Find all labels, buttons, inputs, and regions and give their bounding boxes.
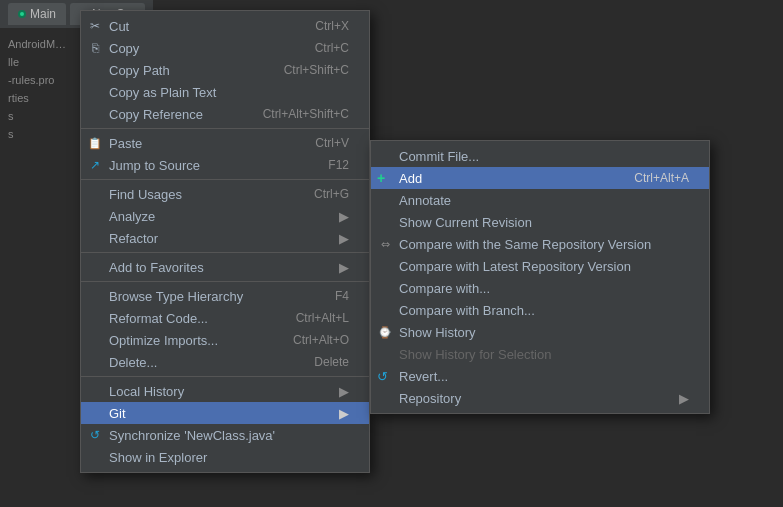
menu-label-jump-source: Jump to Source (109, 158, 298, 173)
sidebar-label-2: lle (4, 54, 76, 70)
menu-label-find-usages: Find Usages (109, 187, 284, 202)
menu-item-copy-ref[interactable]: Copy Reference Ctrl+Alt+Shift+C (81, 103, 369, 125)
menu-label-revert: Revert... (399, 369, 689, 384)
menu-item-show-history-selection: Show History for Selection (371, 343, 709, 365)
tab-main[interactable]: Main (8, 3, 66, 25)
sidebar-label-1: AndroidManife... (4, 36, 76, 52)
primary-context-menu: ✂ Cut Ctrl+X ⎘ Copy Ctrl+C Copy Path Ctr… (80, 10, 370, 473)
menu-shortcut-copy: Ctrl+C (315, 41, 349, 55)
menu-label-show-current-revision: Show Current Revision (399, 215, 689, 230)
menu-label-compare-same-repo: Compare with the Same Repository Version (399, 237, 689, 252)
menu-item-paste[interactable]: 📋 Paste Ctrl+V (81, 132, 369, 154)
separator-5 (81, 376, 369, 377)
menu-label-show-explorer: Show in Explorer (109, 450, 349, 465)
add-plus-icon: + (377, 170, 385, 186)
menu-item-reformat[interactable]: Reformat Code... Ctrl+Alt+L (81, 307, 369, 329)
local-history-arrow-icon: ▶ (339, 384, 349, 399)
synchronize-icon: ↺ (87, 427, 103, 443)
menu-label-copy-ref: Copy Reference (109, 107, 233, 122)
menu-shortcut-cut: Ctrl+X (315, 19, 349, 33)
menu-item-repository[interactable]: Repository ▶ (371, 387, 709, 409)
sidebar: AndroidManife... lle -rules.pro rties s … (0, 28, 80, 150)
menu-item-commit-file[interactable]: Commit File... (371, 145, 709, 167)
separator-2 (81, 179, 369, 180)
menu-label-repository: Repository (399, 391, 671, 406)
menu-label-paste: Paste (109, 136, 285, 151)
menu-item-show-explorer[interactable]: Show in Explorer (81, 446, 369, 468)
menu-label-copy: Copy (109, 41, 285, 56)
sidebar-label-5: s (4, 108, 76, 124)
menu-label-compare-with: Compare with... (399, 281, 689, 296)
menu-item-copy-path[interactable]: Copy Path Ctrl+Shift+C (81, 59, 369, 81)
refactor-arrow-icon: ▶ (339, 231, 349, 246)
separator-3 (81, 252, 369, 253)
paste-icon: 📋 (87, 135, 103, 151)
menu-label-show-history: Show History (399, 325, 689, 340)
menu-item-add-favorites[interactable]: Add to Favorites ▶ (81, 256, 369, 278)
menu-shortcut-find-usages: Ctrl+G (314, 187, 349, 201)
menu-shortcut-optimize: Ctrl+Alt+O (293, 333, 349, 347)
menu-shortcut-add: Ctrl+Alt+A (634, 171, 689, 185)
menu-label-copy-plain: Copy as Plain Text (109, 85, 349, 100)
menu-item-compare-with[interactable]: Compare with... (371, 277, 709, 299)
menu-label-annotate: Annotate (399, 193, 689, 208)
menu-label-git: Git (109, 406, 331, 421)
menu-shortcut-delete: Delete (314, 355, 349, 369)
menu-item-copy-plain[interactable]: Copy as Plain Text (81, 81, 369, 103)
menu-shortcut-reformat: Ctrl+Alt+L (296, 311, 349, 325)
menu-item-compare-branch[interactable]: Compare with Branch... (371, 299, 709, 321)
menu-item-browse-hierarchy[interactable]: Browse Type Hierarchy F4 (81, 285, 369, 307)
menu-item-show-history[interactable]: ⌚ Show History (371, 321, 709, 343)
git-arrow-icon: ▶ (339, 406, 349, 421)
menu-item-cut[interactable]: ✂ Cut Ctrl+X (81, 15, 369, 37)
menu-item-local-history[interactable]: Local History ▶ (81, 380, 369, 402)
menu-shortcut-copy-ref: Ctrl+Alt+Shift+C (263, 107, 349, 121)
menu-item-jump-source[interactable]: ↗ Jump to Source F12 (81, 154, 369, 176)
jump-icon: ↗ (87, 157, 103, 173)
sidebar-label-3: -rules.pro (4, 72, 76, 88)
menu-item-annotate[interactable]: Annotate (371, 189, 709, 211)
menu-label-delete: Delete... (109, 355, 284, 370)
add-favorites-arrow-icon: ▶ (339, 260, 349, 275)
menu-item-compare-latest-repo[interactable]: Compare with Latest Repository Version (371, 255, 709, 277)
menu-label-copy-path: Copy Path (109, 63, 254, 78)
menu-item-compare-same-repo[interactable]: ⇔ Compare with the Same Repository Versi… (371, 233, 709, 255)
tab-dot-main (18, 10, 26, 18)
menu-item-find-usages[interactable]: Find Usages Ctrl+G (81, 183, 369, 205)
menu-label-compare-branch: Compare with Branch... (399, 303, 689, 318)
menu-item-delete[interactable]: Delete... Delete (81, 351, 369, 373)
menu-label-local-history: Local History (109, 384, 331, 399)
menu-label-add: Add (399, 171, 604, 186)
menu-label-commit-file: Commit File... (399, 149, 689, 164)
menu-item-copy[interactable]: ⎘ Copy Ctrl+C (81, 37, 369, 59)
menu-item-add[interactable]: + Add Ctrl+Alt+A (371, 167, 709, 189)
menu-item-analyze[interactable]: Analyze ▶ (81, 205, 369, 227)
sidebar-label-4: rties (4, 90, 76, 106)
menu-label-reformat: Reformat Code... (109, 311, 266, 326)
menu-shortcut-jump-source: F12 (328, 158, 349, 172)
sidebar-label-6: s (4, 126, 76, 142)
show-history-icon: ⌚ (377, 324, 393, 340)
menu-item-optimize[interactable]: Optimize Imports... Ctrl+Alt+O (81, 329, 369, 351)
menu-item-refactor[interactable]: Refactor ▶ (81, 227, 369, 249)
menu-item-synchronize[interactable]: ↺ Synchronize 'NewClass.java' (81, 424, 369, 446)
menu-label-refactor: Refactor (109, 231, 331, 246)
tab-label-main: Main (30, 7, 56, 21)
separator-4 (81, 281, 369, 282)
menu-shortcut-copy-path: Ctrl+Shift+C (284, 63, 349, 77)
menu-item-show-current-revision[interactable]: Show Current Revision (371, 211, 709, 233)
menu-label-compare-latest-repo: Compare with Latest Repository Version (399, 259, 689, 274)
revert-icon: ↺ (377, 369, 388, 384)
repository-arrow-icon: ▶ (679, 391, 689, 406)
menu-shortcut-paste: Ctrl+V (315, 136, 349, 150)
menu-item-git[interactable]: Git ▶ (81, 402, 369, 424)
analyze-arrow-icon: ▶ (339, 209, 349, 224)
menu-item-revert[interactable]: ↺ Revert... (371, 365, 709, 387)
secondary-context-menu: Commit File... + Add Ctrl+Alt+A Annotate… (370, 140, 710, 414)
compare-same-icon: ⇔ (377, 236, 393, 252)
cut-icon: ✂ (87, 18, 103, 34)
menu-label-cut: Cut (109, 19, 285, 34)
menu-label-show-history-selection: Show History for Selection (399, 347, 689, 362)
menu-label-add-favorites: Add to Favorites (109, 260, 331, 275)
menu-label-analyze: Analyze (109, 209, 331, 224)
